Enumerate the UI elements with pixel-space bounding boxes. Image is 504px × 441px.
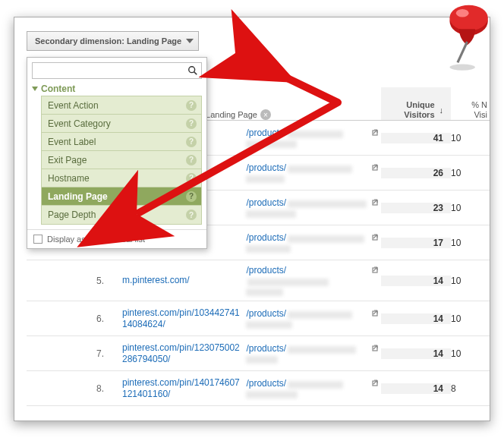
svg-rect-1 — [373, 165, 377, 170]
svg-point-14 — [449, 64, 475, 70]
column-new-visits[interactable]: % NVisi — [451, 100, 490, 120]
landing-page-cell[interactable]: /products/ — [246, 232, 381, 253]
svg-rect-2 — [373, 200, 377, 205]
table-row: 5.m.pinterest.com//products/1410 — [27, 260, 490, 301]
open-external-icon[interactable] — [372, 378, 381, 389]
new-visits-cell: 10 — [451, 276, 490, 286]
new-visits-cell: 10 — [451, 313, 490, 324]
help-icon[interactable]: ? — [186, 155, 197, 165]
open-external-icon[interactable] — [372, 128, 381, 139]
help-icon[interactable]: ? — [186, 118, 197, 129]
open-external-icon[interactable] — [372, 197, 381, 209]
source-cell[interactable]: m.pinterest.com/ — [119, 275, 246, 286]
svg-point-8 — [189, 67, 195, 73]
dimension-item-exit-page[interactable]: Exit Page? — [42, 151, 201, 169]
chevron-down-icon — [186, 39, 194, 43]
landing-page-cell[interactable]: /products/ — [246, 162, 381, 183]
dimension-item-page-depth[interactable]: Page Depth? — [42, 206, 201, 224]
table-row: 8.pinterest.com/pin/140174607121401​160/… — [27, 371, 490, 406]
svg-rect-4 — [373, 268, 377, 272]
row-index: 8. — [96, 383, 119, 394]
help-icon[interactable]: ? — [186, 209, 197, 220]
dimension-item-label: Page Depth — [48, 209, 96, 220]
dimension-item-hostname[interactable]: Hostname? — [42, 169, 201, 187]
sort-descending-icon: ↓ — [439, 106, 444, 115]
new-visits-cell: 10 — [451, 203, 490, 213]
alpha-list-label: Display as alphabetical list — [47, 235, 145, 244]
source-cell[interactable]: pinterest.com/pin/103442741140846​24/ — [119, 307, 246, 330]
row-index: 7. — [96, 348, 119, 359]
svg-line-13 — [458, 42, 468, 62]
dimension-item-label: Event Action — [48, 100, 99, 111]
row-index: 6. — [96, 313, 119, 324]
open-external-icon[interactable] — [372, 308, 381, 320]
unique-visitors-cell: 14 — [381, 276, 451, 286]
svg-rect-3 — [373, 235, 377, 240]
remove-secondary-dimension-icon[interactable]: × — [260, 109, 271, 120]
source-cell[interactable]: pinterest.com/pin/140174607121401​160/ — [119, 377, 246, 400]
dimension-item-label: Event Label — [48, 137, 96, 147]
table-row: 7.pinterest.com/pin/123075002286794​050/… — [27, 336, 490, 371]
unique-visitors-cell: 26 — [381, 168, 451, 178]
unique-visitors-cell: 14 — [381, 383, 451, 394]
table-row: 6.pinterest.com/pin/103442741140846​24//… — [27, 301, 490, 336]
help-icon[interactable]: ? — [186, 137, 197, 147]
dimension-item-landing-page[interactable]: Landing Page? — [42, 187, 201, 206]
column-unique-visitors[interactable]: Unique Visitors — [381, 100, 435, 120]
landing-page-prefix: /products/ — [246, 128, 286, 138]
dimension-item-event-label[interactable]: Event Label? — [42, 133, 201, 151]
dimension-item-event-action[interactable]: Event Action? — [42, 96, 201, 115]
open-external-icon[interactable] — [372, 232, 381, 244]
landing-page-prefix: /products/ — [246, 265, 286, 276]
alpha-list-checkbox[interactable] — [33, 235, 43, 244]
landing-page-cell[interactable]: /products/ — [246, 265, 381, 296]
svg-line-9 — [194, 72, 197, 75]
svg-rect-5 — [373, 311, 377, 316]
landing-page-prefix: /products/ — [246, 197, 286, 208]
landing-page-prefix: /products/ — [246, 232, 286, 243]
dimension-search-input[interactable] — [33, 64, 184, 77]
dimension-item-label: Exit Page — [48, 155, 87, 165]
landing-page-prefix: /products/ — [246, 343, 286, 354]
unique-visitors-cell: 14 — [381, 313, 451, 324]
dimension-item-event-category[interactable]: Event Category? — [42, 115, 201, 133]
expand-icon — [32, 87, 38, 91]
dimension-item-label: Event Category — [48, 118, 111, 129]
landing-page-cell[interactable]: /products/ — [246, 308, 381, 329]
help-icon[interactable]: ? — [186, 173, 197, 184]
new-visits-cell: 8 — [451, 383, 490, 394]
unique-visitors-cell: 23 — [381, 203, 451, 213]
column-landing-page[interactable]: Landing Page — [206, 110, 257, 120]
svg-rect-0 — [373, 131, 377, 135]
svg-rect-7 — [373, 381, 377, 386]
dimension-search[interactable] — [32, 62, 202, 79]
dimension-item-label: Landing Page — [48, 191, 108, 202]
secondary-dimension-dropdown[interactable]: Secondary dimension: Landing Page — [27, 31, 199, 51]
landing-page-prefix: /products/ — [246, 162, 286, 173]
landing-page-cell[interactable]: /products/ — [246, 128, 381, 148]
open-external-icon[interactable] — [372, 162, 381, 174]
source-cell[interactable]: pinterest.com/pin/123075002286794​050/ — [119, 342, 246, 365]
row-index: 5. — [96, 276, 119, 286]
help-icon[interactable]: ? — [186, 191, 197, 202]
svg-point-12 — [456, 9, 469, 17]
dimension-item-label: Hostname — [48, 173, 90, 184]
svg-point-11 — [449, 5, 487, 31]
new-visits-cell: 10 — [451, 168, 490, 178]
landing-page-cell[interactable]: /products/ — [246, 343, 381, 364]
open-external-icon[interactable] — [372, 265, 381, 276]
secondary-dimension-label: Secondary dimension: Landing Page — [35, 36, 181, 46]
svg-rect-6 — [373, 346, 377, 351]
unique-visitors-cell: 41 — [381, 133, 451, 143]
help-icon[interactable]: ? — [186, 100, 197, 111]
landing-page-prefix: /products/ — [246, 308, 286, 319]
landing-page-cell[interactable]: /products/ — [246, 378, 381, 398]
landing-page-prefix: /products/ — [246, 378, 286, 389]
new-visits-cell: 10 — [451, 133, 490, 143]
new-visits-cell: 10 — [451, 238, 490, 248]
secondary-dimension-panel: Content Event Action?Event Category?Even… — [27, 57, 207, 249]
dimension-group-content[interactable]: Content — [27, 82, 206, 96]
landing-page-cell[interactable]: /products/ — [246, 197, 381, 218]
open-external-icon[interactable] — [372, 343, 381, 354]
search-icon — [184, 65, 201, 76]
